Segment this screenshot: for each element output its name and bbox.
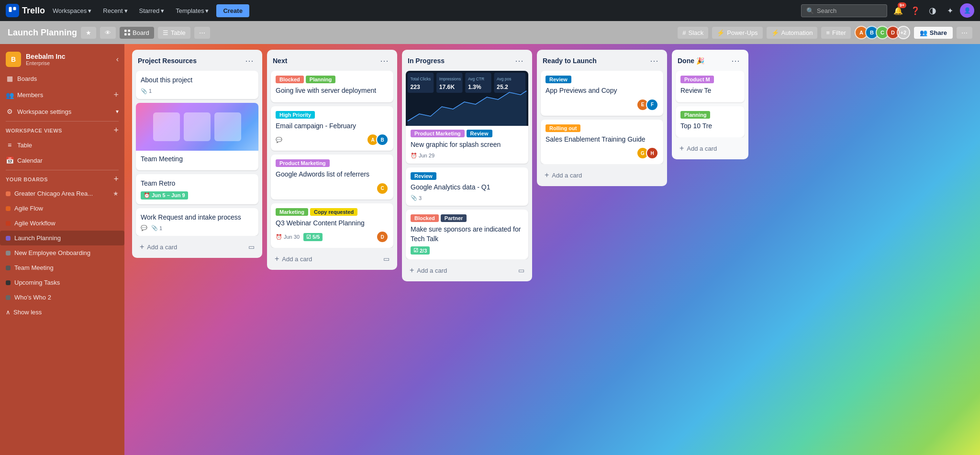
column-menu-btn[interactable]: ⋯	[242, 55, 256, 67]
sidebar-item-calendar[interactable]: 📅 Calendar	[0, 153, 124, 168]
workspaces-btn[interactable]: Workspaces ▾	[49, 5, 95, 16]
label-review: Review	[467, 130, 492, 137]
board-view-btn[interactable]: Board	[120, 27, 154, 39]
column-next: Next ⋯ Blocked Planning Going live with …	[267, 50, 397, 270]
column-menu-btn[interactable]: ⋯	[512, 55, 526, 67]
card-labels: Blocked Planning	[276, 76, 389, 83]
member-count[interactable]: +2	[897, 26, 910, 39]
card-labels: Planning	[680, 111, 740, 119]
column-body: About this project 📎 1 Team Meeting	[132, 71, 262, 236]
svg-rect-0	[9, 7, 12, 12]
sidebar-board-whos-who[interactable]: Who's Who 2	[0, 290, 124, 305]
search-input[interactable]	[817, 7, 879, 14]
add-member-btn[interactable]: +	[113, 90, 119, 100]
board-content: Project Resources ⋯ About this project 📎…	[124, 44, 980, 455]
card-going-live[interactable]: Blocked Planning Going live with server …	[271, 71, 393, 102]
card-google-analytics[interactable]: Review Google Analytics data - Q1 📎 3	[406, 167, 528, 206]
add-card-btn[interactable]: + Add a card	[541, 168, 663, 182]
card-meta: 📎 1	[141, 88, 254, 94]
board-header: Launch Planning ★ 👁 Board ☰ Table ⋯ # Sl…	[0, 21, 980, 44]
automation-btn[interactable]: ⚡ Automation	[767, 27, 818, 39]
sidebar-board-launch-planning[interactable]: Launch Planning	[0, 231, 124, 245]
card-team-meeting[interactable]: Team Meeting	[136, 103, 258, 171]
more-views-btn[interactable]: ⋯	[194, 27, 210, 39]
board-more-btn[interactable]: ⋯	[957, 27, 972, 39]
member-avatars: A B C D +2	[855, 26, 910, 39]
logo-text: Trello	[22, 6, 45, 16]
table-view-btn[interactable]: ☰ Table	[158, 27, 190, 39]
search-bar[interactable]: 🔍	[801, 4, 887, 17]
card-new-graphic[interactable]: Total Clicks 223 Impressions 17.6K Avg C…	[406, 71, 528, 164]
add-view-btn[interactable]: +	[113, 125, 119, 135]
card-title: Sales Enablement Training Guide	[546, 135, 658, 144]
card-team-retro[interactable]: Team Retro ⏰ Jun 5 – Jun 9	[136, 174, 258, 204]
show-less-btn[interactable]: ∧ Show less	[0, 305, 124, 320]
column-body: Review App Previews and Copy E F Rolling…	[537, 71, 667, 164]
sidebar-item-members[interactable]: 👥 Members +	[0, 86, 124, 104]
boards-icon: ▦	[6, 75, 13, 82]
label-review: Review	[546, 76, 571, 83]
board-dot	[6, 266, 11, 270]
star-btn[interactable]: ★	[81, 27, 96, 39]
workspace-views-label: Workspace views	[6, 128, 62, 133]
sidebar-board-team-meeting[interactable]: Team Meeting	[0, 260, 124, 275]
add-card-btn[interactable]: + Add a card	[676, 141, 745, 155]
label-blocked: Blocked	[411, 214, 439, 222]
sidebar-board-upcoming-tasks[interactable]: Upcoming Tasks	[0, 275, 124, 290]
add-btn[interactable]: ✦	[943, 3, 957, 18]
help-btn[interactable]: ❓	[908, 3, 923, 18]
theme-btn[interactable]: ◑	[925, 3, 940, 18]
card-checklist: ☑ 2/3	[411, 246, 430, 255]
svg-text:Avg pos: Avg pos	[497, 77, 512, 81]
board-dot	[6, 280, 11, 285]
visibility-btn[interactable]: 👁	[100, 27, 116, 39]
card-about-project[interactable]: About this project 📎 1	[136, 71, 258, 99]
sidebar-board-greater-chicago[interactable]: Greater Chicago Area Rea... ★	[0, 186, 124, 201]
plus-icon: +	[275, 255, 279, 263]
card-top-10[interactable]: Planning Top 10 Tre	[676, 106, 745, 138]
sidebar-board-agile-flow[interactable]: Agile Flow	[0, 201, 124, 216]
starred-btn[interactable]: Starred ▾	[135, 5, 168, 16]
card-q3-webinar[interactable]: Marketing Copy requested Q3 Webinar Cont…	[271, 203, 393, 248]
template-icon[interactable]: ▭	[248, 243, 255, 251]
notifications-btn[interactable]: 🔔 9+	[891, 3, 905, 18]
templates-btn[interactable]: Templates ▾	[172, 5, 212, 16]
card-app-previews[interactable]: Review App Previews and Copy E F	[541, 71, 663, 116]
column-menu-btn[interactable]: ⋯	[377, 55, 391, 67]
user-avatar[interactable]: 👤	[960, 3, 974, 18]
trello-logo[interactable]: Trello	[6, 4, 45, 17]
template-icon[interactable]: ▭	[383, 255, 390, 263]
add-board-btn[interactable]: +	[113, 174, 119, 184]
slack-btn[interactable]: # Slack	[678, 27, 708, 39]
sidebar-board-agile-workflow[interactable]: Agile Workflow	[0, 216, 124, 231]
card-title: About this project	[141, 76, 254, 85]
sidebar-item-settings[interactable]: ⚙ Workspace settings ▾	[0, 104, 124, 119]
card-sales-enablement[interactable]: Rolling out Sales Enablement Training Gu…	[541, 120, 663, 165]
filter-btn[interactable]: ≡ Filter	[821, 27, 850, 39]
share-btn[interactable]: 👥 Share	[914, 27, 953, 39]
power-ups-btn[interactable]: ⚡ Power-Ups	[712, 27, 762, 39]
column-menu-btn[interactable]: ⋯	[728, 55, 743, 67]
sidebar-board-new-employee[interactable]: New Employee Onboarding	[0, 245, 124, 260]
card-email-campaign[interactable]: High Priority Email campaign - February …	[271, 106, 393, 151]
divider-2	[6, 170, 119, 170]
cover-box-1	[153, 112, 180, 141]
sidebar-item-table[interactable]: ≡ Table	[0, 137, 124, 153]
card-work-request[interactable]: Work Request and intake process 💬 📎 1	[136, 208, 258, 236]
template-icon[interactable]: ▭	[518, 266, 524, 274]
sidebar-item-boards[interactable]: ▦ Boards	[0, 71, 124, 86]
column-menu-btn[interactable]: ⋯	[647, 55, 661, 67]
column-title: Ready to Launch	[543, 57, 644, 65]
card-sponsors[interactable]: Blocked Partner Make sure sponsors are i…	[406, 210, 528, 259]
add-card-btn[interactable]: + Add a card ▭	[406, 263, 528, 277]
svg-text:25.2: 25.2	[497, 84, 508, 90]
card-product-review[interactable]: Product M Review Te	[676, 71, 745, 102]
card-google-adwords[interactable]: Product Marketing Google Adwords list of…	[271, 155, 393, 200]
sidebar-collapse-btn[interactable]: ‹	[116, 55, 119, 64]
add-card-btn[interactable]: + Add a card ▭	[271, 252, 393, 266]
add-card-btn[interactable]: + Add a card ▭	[136, 240, 258, 254]
recent-btn[interactable]: Recent ▾	[99, 5, 131, 16]
create-btn[interactable]: Create	[216, 4, 249, 17]
card-avatars: A B	[367, 133, 389, 146]
card-title: Google Analytics data - Q1	[411, 183, 523, 192]
